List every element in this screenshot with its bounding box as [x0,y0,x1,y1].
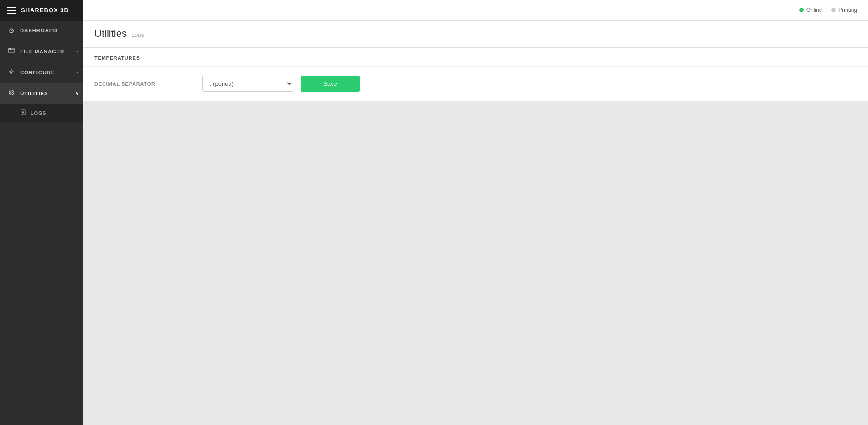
sidebar-item-utilities[interactable]: UTILITIES ∨ [0,83,83,104]
sidebar-header: SHAREBOX 3D [0,0,83,21]
topbar: Online Printing [83,0,868,21]
chevron-down-icon: ∨ [75,91,79,96]
sidebar-item-logs[interactable]: LOGS [0,104,83,122]
printing-dot [831,8,836,12]
save-button[interactable]: Save [301,76,360,92]
svg-point-2 [10,71,12,73]
printing-status: Printing [831,7,857,13]
sidebar-item-label: DASHBOARD [20,28,57,33]
sidebar-item-label: FILE MANAGER [20,49,64,54]
sidebar-item-dashboard[interactable]: ⊙ DASHBOARD [0,21,83,41]
svg-point-4 [10,92,12,93]
main-content: Online Printing Utilities Logs TEMPERATU… [83,0,868,425]
decimal-separator-label: DECIMAL SEPARATOR [94,81,195,87]
svg-rect-1 [9,48,11,50]
sidebar-sub-item-label: LOGS [31,110,46,116]
file-manager-icon [7,47,16,55]
section-title: TEMPERATURES [83,48,868,67]
page-header: Utilities Logs [83,21,868,47]
online-status: Online [799,7,822,13]
sidebar: SHAREBOX 3D ⊙ DASHBOARD FILE MANAGER ‹ C… [0,0,83,425]
chevron-icon: ‹ [77,49,79,54]
dashboard-icon: ⊙ [7,27,16,34]
decimal-separator-select[interactable]: . (period) , (comma) [202,76,293,92]
hamburger-icon[interactable] [7,7,16,14]
chevron-icon: ‹ [77,70,79,75]
sidebar-item-label: CONFIGURE [20,70,55,75]
form-controls: . (period) , (comma) Save [202,76,857,92]
online-dot [799,8,804,12]
app-logo: SHAREBOX 3D [21,7,69,14]
page-subtitle: Logs [131,31,144,38]
sidebar-item-label: UTILITIES [20,91,48,96]
online-label: Online [806,7,822,13]
decimal-separator-row: DECIMAL SEPARATOR . (period) , (comma) S… [83,67,868,101]
content-area: Utilities Logs TEMPERATURES DECIMAL SEPA… [83,21,868,425]
sidebar-item-file-manager[interactable]: FILE MANAGER ‹ [0,41,83,62]
svg-rect-0 [9,48,14,53]
svg-point-3 [9,90,14,95]
sidebar-item-configure[interactable]: CONFIGURE ‹ [0,62,83,83]
temperatures-panel: TEMPERATURES DECIMAL SEPARATOR . (period… [83,47,868,101]
logs-icon [20,109,26,117]
page-title: Utilities [94,28,127,40]
printing-label: Printing [838,7,857,13]
utilities-icon [7,89,16,97]
configure-icon [7,68,16,76]
